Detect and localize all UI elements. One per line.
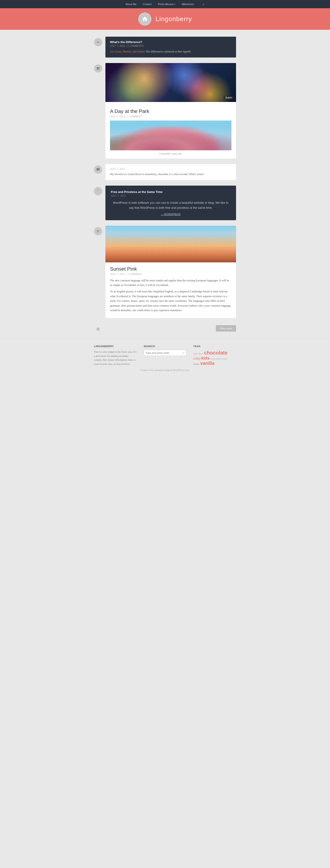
search-icon[interactable]: ⌕: [182, 351, 184, 355]
nav-icon: [96, 327, 100, 331]
post-card-aside-1: What's the Difference? JULY 7, 2011 / 2 …: [106, 37, 236, 58]
text-icon: [96, 229, 100, 233]
footer-search-title: SEARCH: [144, 345, 186, 348]
tags-list: talks about chocolate crafty kids everyw…: [193, 350, 236, 366]
post-paragraph-1: The new common language will be more sim…: [110, 278, 232, 287]
sunset-image: [106, 226, 236, 262]
tag-kids[interactable]: kids: [201, 356, 209, 361]
post-status-1: JULY 7, 2011 My favorite ice cream flavo…: [94, 164, 236, 180]
quote-mark-icon: ": [97, 189, 99, 194]
footer-search-input[interactable]: [146, 351, 181, 354]
quote-text: WordPress is web software you can use to…: [111, 200, 231, 210]
nav-contact[interactable]: Contact: [143, 3, 151, 5]
post-title: Free and Priceless at the Same Time: [111, 190, 231, 194]
site-logo: [138, 12, 151, 26]
tag-talks[interactable]: talks about: [193, 352, 203, 355]
tag-crafty[interactable]: crafty: [193, 357, 201, 360]
post-aside-1: What's the Difference? JULY 7, 2011 / 2 …: [94, 37, 236, 58]
quote-source-link[interactable]: — WORDPRESS: [161, 213, 181, 216]
nav-milestones[interactable]: Milestones: [182, 3, 194, 5]
quote-source: — WORDPRESS: [111, 213, 231, 216]
site-header: Lingonberry: [0, 8, 330, 30]
post-meta: JULY 7, 2011: [111, 194, 231, 197]
site-title: Lingonberry: [156, 16, 192, 23]
pagination-row: Older posts: [94, 323, 236, 333]
aside-icon: [94, 38, 102, 46]
main-nav: About Me Contact Photo Albums ▾ Mileston…: [0, 0, 330, 8]
post-title: Sunset Pink: [110, 266, 232, 272]
footer-about-title: LINGONBERRY: [94, 345, 137, 348]
footer-about: LINGONBERRY This is a text widget in the…: [94, 345, 137, 366]
post-quote-1: " Free and Priceless at the Same Time JU…: [94, 186, 236, 220]
footer-tags: TAGS talks about chocolate crafty kids e…: [193, 345, 236, 366]
main-content: What's the Difference? JULY 7, 2011 / 2 …: [94, 30, 236, 338]
older-posts-btn-wrap: Older posts: [106, 325, 236, 332]
tag-everywhere[interactable]: everywhere events: [210, 358, 228, 360]
post-meta: JULY 7, 2011: [110, 168, 232, 170]
search-icon[interactable]: ⌕: [203, 2, 204, 6]
quote-icon-wrap: ": [94, 187, 102, 195]
chevron-down-icon: ▾: [174, 3, 175, 5]
nav-icon-wrap: [94, 325, 102, 333]
post-card-standard-1: Sunset Pink JULY 7, 2011 · 1 COMMENT The…: [106, 226, 236, 318]
status-icon-wrap: [94, 165, 102, 174]
post-link[interactable]: Ice Cream, Sherbet, and Sorbet: [110, 50, 144, 53]
flower-image: [110, 121, 232, 150]
older-posts-button[interactable]: Older posts: [216, 325, 236, 332]
footer-about-text: This is a text widget in the footer area…: [94, 350, 137, 366]
post-title: A Day at the Park: [110, 108, 232, 114]
post-title: What's the Difference?: [110, 40, 232, 44]
image-icon: [96, 67, 100, 70]
post-image-container: Bokeh: [106, 63, 236, 102]
nav-photo-albums[interactable]: Photo Albums ▾: [158, 3, 175, 5]
link-icon: [96, 40, 100, 44]
post-card-image-1: Bokeh A Day at the Park JULY 7, 2011 · 1…: [106, 63, 236, 159]
footer-tags-title: TAGS: [193, 345, 236, 348]
post-caption: A beautiful, sunny day.: [110, 152, 232, 155]
tag-theme[interactable]: theme: [193, 363, 199, 365]
post-paragraph-2: To an English person, it will seem like …: [110, 289, 232, 313]
tag-vanilla[interactable]: vanilla: [200, 361, 214, 366]
chat-icon: [96, 168, 100, 172]
nav-about-me[interactable]: About Me: [126, 3, 137, 5]
post-content: Ice Cream, Sherbet, and Sorbet: The diff…: [110, 50, 232, 54]
image-badge: Bokeh: [224, 96, 234, 100]
post-meta: JULY 7, 2011 / 2 COMMENTS: [110, 45, 232, 47]
home-icon: [142, 16, 148, 22]
post-card-status-1: JULY 7, 2011 My favorite ice cream flavo…: [106, 164, 236, 180]
post-card-quote-1: Free and Priceless at the Same Time JULY…: [106, 186, 236, 220]
post-meta: JULY 7, 2011 · 1 COMMENT: [110, 273, 232, 275]
footer-search: SEARCH ⌕: [144, 345, 186, 356]
post-standard-1: Sunset Pink JULY 7, 2011 · 1 COMMENT The…: [94, 226, 236, 318]
site-footer: LINGONBERRY This is a text widget in the…: [0, 338, 330, 376]
bokeh-image: [106, 63, 236, 102]
post-meta: JULY 7, 2011 · 1 COMMENT: [110, 115, 232, 118]
status-text: My favorite ice cream flavor is strawber…: [110, 172, 232, 177]
image-icon-wrap: [94, 64, 102, 73]
footer-credit: Create a free website or blog at WordPre…: [0, 366, 330, 372]
post-image-1: Bokeh A Day at the Park JULY 7, 2011 · 1…: [94, 63, 236, 159]
text-icon-wrap: [94, 227, 102, 235]
pagination-spacer: [94, 323, 106, 333]
footer-search-box: ⌕: [144, 350, 186, 356]
tag-chocolate[interactable]: chocolate: [204, 350, 228, 355]
